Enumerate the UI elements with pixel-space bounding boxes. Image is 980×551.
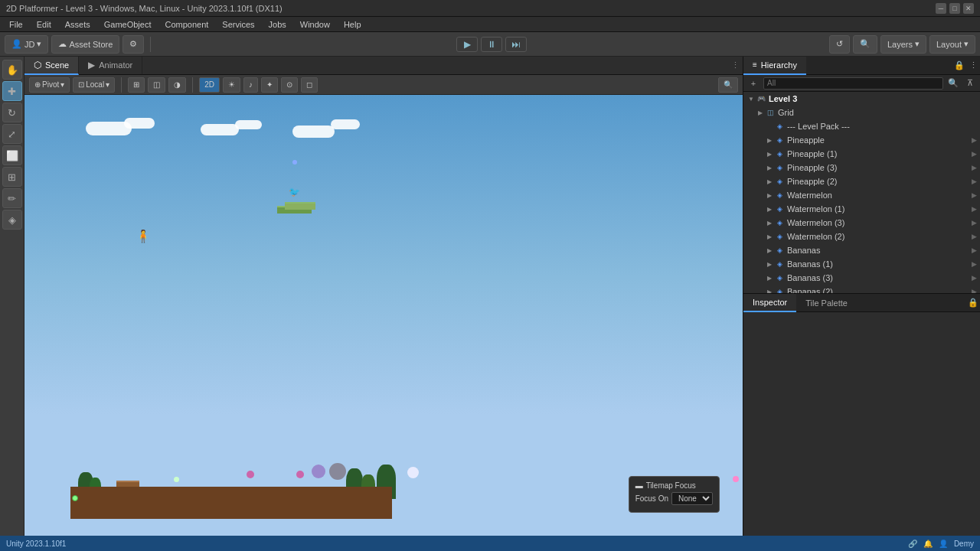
- hierarchy-item-watermelon2[interactable]: ▶ ◈ Watermelon (2) ▶: [743, 230, 980, 243]
- minimize-button[interactable]: ─: [936, 3, 946, 14]
- editor-tool2[interactable]: ◈: [2, 210, 22, 230]
- pivot-button[interactable]: ⊕ Pivot ▾: [29, 77, 70, 93]
- title-bar: 2D Platformer - Level 3 - Windows, Mac, …: [0, 0, 980, 17]
- menu-gameobject[interactable]: GameObject: [98, 18, 158, 31]
- hand-tool[interactable]: ✋: [2, 60, 22, 80]
- menu-component[interactable]: Component: [158, 18, 214, 31]
- grid-icon: ◫: [765, 107, 776, 118]
- tab-animator[interactable]: ▶ Animator: [79, 57, 142, 75]
- tab-tile-palette[interactable]: Tile Palette: [796, 294, 857, 312]
- character-sprite: 🧍: [136, 229, 151, 243]
- right-panel: ≡ Hierarchy 🔒 ⋮ + 🔍 ⊼ ▼ 🎮 Level 3: [743, 57, 980, 551]
- hierarchy-item-watermelon3[interactable]: ▶ ◈ Watermelon (3) ▶: [743, 216, 980, 230]
- custom-editor-tool[interactable]: ✏: [2, 188, 22, 208]
- scale-tool[interactable]: ⤢: [2, 124, 22, 144]
- tab-inspector[interactable]: Inspector: [743, 294, 796, 312]
- levelpack-icon: ◈: [774, 121, 785, 132]
- hierarchy-menu-button[interactable]: ⋮: [966, 59, 980, 73]
- pineapple-chevron: ▶: [972, 136, 977, 144]
- scene-viewport[interactable]: 🧍 🐦 ▬ Tilemap Focus: [24, 95, 743, 551]
- status-label: Demy: [954, 540, 974, 548]
- hierarchy-item-pineapple[interactable]: ▶ ◈ Pineapple ▶: [743, 133, 980, 147]
- search-button[interactable]: 🔍: [853, 35, 877, 54]
- tab-hierarchy[interactable]: ≡ Hierarchy: [743, 57, 806, 75]
- hierarchy-item-watermelon1[interactable]: ▶ ◈ Watermelon (1) ▶: [743, 202, 980, 216]
- vertex-snap-button[interactable]: ◫: [148, 77, 165, 93]
- render-mode-button[interactable]: ◑: [168, 77, 186, 93]
- play-button[interactable]: ▶: [456, 37, 478, 52]
- move-tool[interactable]: ✚: [2, 81, 22, 101]
- hierarchy-scroll-top[interactable]: ⊼: [963, 77, 977, 90]
- hidden-button[interactable]: ◻: [301, 77, 318, 93]
- sep3: [192, 77, 193, 93]
- hierarchy-item-bananas3[interactable]: ▶ ◈ Bananas (3) ▶: [743, 271, 980, 285]
- hierarchy-item-pineapple3[interactable]: ▶ ◈ Pineapple (3) ▶: [743, 161, 980, 174]
- main-layout: ✋ ✚ ↻ ⤢ ⬜ ⊞ ✏ ◈ ⬡ Scene ▶ Animator ⋮ ⊕ P…: [0, 57, 980, 551]
- 2d-mode-button[interactable]: 2D: [199, 77, 220, 93]
- settings-button[interactable]: ⚙: [122, 35, 144, 54]
- hierarchy-item-bananas2[interactable]: ▶ ◈ Bananas (2) ▶: [743, 285, 980, 293]
- scene-toolbar: ⊕ Pivot ▾ ⊡ Local ▾ ⊞ ◫ ◑ 2D ☀ ♪ ✦ ⊙ ◻ 🔍: [24, 75, 743, 95]
- menu-edit[interactable]: Edit: [31, 18, 57, 31]
- menu-jobs[interactable]: Jobs: [263, 18, 292, 31]
- hierarchy-item-grid[interactable]: ▶ ◫ Grid: [743, 106, 980, 119]
- inspector-lock-button[interactable]: 🔒: [966, 296, 980, 310]
- hierarchy-item-level3[interactable]: ▼ 🎮 Level 3: [743, 92, 980, 106]
- menu-assets[interactable]: Assets: [59, 18, 96, 31]
- menu-window[interactable]: Window: [294, 18, 336, 31]
- local-button[interactable]: ⊡ Local ▾: [73, 77, 115, 93]
- layers-button[interactable]: Layers ▾: [880, 35, 926, 54]
- tab-scene[interactable]: ⬡ Scene: [24, 57, 79, 75]
- raised-platform: [116, 481, 139, 487]
- inspector-panel: Inspector Tile Palette 🔒: [743, 294, 980, 551]
- rect-tool[interactable]: ⬜: [2, 145, 22, 165]
- account-button[interactable]: 👤 JD ▾: [5, 35, 48, 54]
- window-title: 2D Platformer - Level 3 - Windows, Mac, …: [6, 4, 936, 13]
- grid-snap-button[interactable]: ⊞: [128, 77, 145, 93]
- hierarchy-item-watermelon[interactable]: ▶ ◈ Watermelon ▶: [743, 188, 980, 202]
- asset-store-button[interactable]: ☁ Asset Store: [51, 35, 119, 54]
- add-hierarchy-button[interactable]: +: [746, 77, 760, 90]
- undo-history-button[interactable]: ↺: [829, 35, 850, 54]
- hierarchy-item-bananas[interactable]: ▶ ◈ Bananas ▶: [743, 243, 980, 257]
- gizmo-dot-1: [292, 160, 297, 165]
- layout-dropdown-icon: ▾: [964, 39, 969, 49]
- fx-button[interactable]: ✦: [261, 77, 278, 93]
- hierarchy-item-pineapple1[interactable]: ▶ ◈ Pineapple (1) ▶: [743, 147, 980, 161]
- inspector-content: [743, 312, 980, 551]
- lighting-button[interactable]: ☀: [223, 77, 240, 93]
- user-icon[interactable]: 👤: [939, 540, 948, 548]
- gizmos-button[interactable]: ⊙: [281, 77, 298, 93]
- audio-button[interactable]: ♪: [243, 77, 258, 93]
- enemy-ball-2: [296, 471, 304, 478]
- ground-base: [70, 487, 392, 519]
- step-button[interactable]: ⏭: [505, 37, 527, 52]
- hierarchy-item-levelpack[interactable]: ◈ --- Level Pack ---: [743, 119, 980, 133]
- maximize-button[interactable]: □: [949, 3, 960, 14]
- hierarchy-panel: ≡ Hierarchy 🔒 ⋮ + 🔍 ⊼ ▼ 🎮 Level 3: [743, 57, 980, 294]
- close-button[interactable]: ✕: [963, 3, 974, 14]
- hierarchy-search[interactable]: [763, 77, 943, 90]
- collab-icon[interactable]: 🔗: [908, 540, 917, 548]
- menu-file[interactable]: File: [3, 18, 29, 31]
- hierarchy-lock-button[interactable]: 🔒: [952, 59, 966, 73]
- menu-services[interactable]: Services: [216, 18, 260, 31]
- layout-button[interactable]: Layout ▾: [929, 35, 975, 54]
- status-text: Unity 2023.1.10f1: [6, 540, 66, 548]
- hierarchy-search-icon[interactable]: 🔍: [946, 77, 960, 90]
- rotate-tool[interactable]: ↻: [2, 103, 22, 122]
- enemy-rock-sprite: [312, 465, 325, 478]
- tilemap-focus-select[interactable]: None: [671, 492, 713, 505]
- hierarchy-item-bananas1[interactable]: ▶ ◈ Bananas (1) ▶: [743, 257, 980, 271]
- history-icon: ↺: [836, 39, 843, 49]
- scene-tab-bar: ⬡ Scene ▶ Animator ⋮: [24, 57, 743, 75]
- selection-handle[interactable]: [72, 495, 78, 501]
- hierarchy-item-pineapple2[interactable]: ▶ ◈ Pineapple (2) ▶: [743, 174, 980, 188]
- transform-tool[interactable]: ⊞: [2, 167, 22, 187]
- tilemap-focus-popup: ▬ Tilemap Focus Focus On None: [629, 476, 720, 513]
- notification-icon[interactable]: 🔔: [923, 540, 933, 548]
- scene-panel-menu[interactable]: ⋮: [727, 58, 743, 73]
- menu-help[interactable]: Help: [338, 18, 368, 31]
- search-scene-button[interactable]: 🔍: [718, 77, 738, 93]
- pause-button[interactable]: ⏸: [481, 37, 502, 52]
